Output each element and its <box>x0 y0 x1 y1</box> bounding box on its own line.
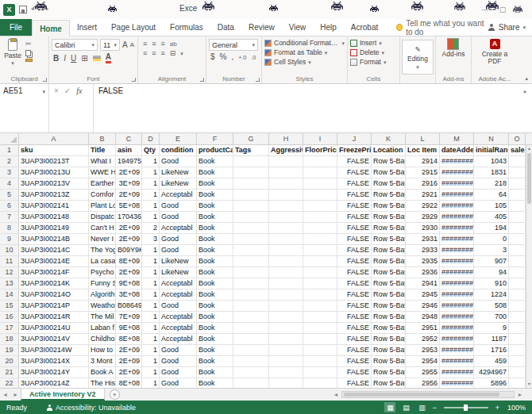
paste-button[interactable]: Paste ▾ <box>2 39 23 73</box>
cell-D22[interactable]: 1 <box>142 378 160 388</box>
copy-icon[interactable] <box>25 50 31 56</box>
cell-I1[interactable]: FloorPrice <box>303 145 337 156</box>
cell-N1[interactable]: initialRan <box>474 145 509 156</box>
cell-L12[interactable]: 2936 <box>406 267 440 278</box>
cell-B13[interactable]: Funny S <box>89 278 116 289</box>
cell-N20[interactable]: 459 <box>474 356 509 367</box>
cell-B3[interactable]: WWE H <box>89 167 116 178</box>
cell-E7[interactable]: Good <box>160 212 197 223</box>
column-header-A[interactable]: A <box>19 133 89 144</box>
cell-styles-button[interactable]: Cell Styles▾ <box>264 58 345 66</box>
cell-I6[interactable] <box>303 201 337 212</box>
cell-L7[interactable]: 2929 <box>406 212 440 223</box>
minimize-icon[interactable]: — <box>476 0 494 19</box>
cell-A13[interactable]: 3UAP3I00214K <box>19 278 89 289</box>
cell-C16[interactable]: 7E+09 <box>116 312 142 323</box>
cell-A22[interactable]: 3UAP3I00214Z <box>19 378 89 388</box>
cell-N17[interactable]: 9 <box>474 323 509 334</box>
cell-K17[interactable]: Row 5-Bay <box>372 323 406 334</box>
number-dialog-launcher-icon[interactable] <box>256 78 260 82</box>
cell-B20[interactable]: 3 Mont <box>89 356 116 367</box>
cell-D12[interactable]: 1 <box>142 267 160 278</box>
cell-F12[interactable]: Book <box>197 267 233 278</box>
cell-J5[interactable]: FALSE <box>337 190 372 201</box>
cell-G3[interactable] <box>233 167 269 178</box>
cell-B22[interactable]: The His <box>89 378 116 388</box>
vertical-scroll-thumb[interactable] <box>527 153 531 204</box>
cell-H13[interactable] <box>269 278 303 289</box>
cell-F15[interactable]: Book <box>197 301 233 312</box>
cell-F13[interactable]: Book <box>197 278 233 289</box>
cell-A5[interactable]: 3UAP3I00213Z <box>19 190 89 201</box>
cell-J2[interactable]: FALSE <box>337 156 372 167</box>
column-header-I[interactable]: I <box>303 133 337 144</box>
cell-E19[interactable]: Good <box>160 345 197 356</box>
cell-E14[interactable]: Acceptabl <box>160 289 197 301</box>
cell-F4[interactable]: Book <box>197 178 233 190</box>
cell-G21[interactable] <box>233 367 269 378</box>
cell-N3[interactable]: 1831 <box>474 167 509 178</box>
cell-K10[interactable]: Row 5-Bay <box>372 245 406 256</box>
cell-F11[interactable]: Book <box>197 256 233 267</box>
cell-D11[interactable]: 1 <box>142 256 160 267</box>
cell-F21[interactable]: Book <box>197 367 233 378</box>
cell-J13[interactable]: FALSE <box>337 278 372 289</box>
undo-icon[interactable]: ↶ <box>31 6 37 13</box>
cell-L18[interactable]: 2952 <box>406 334 440 345</box>
cell-C2[interactable]: 194975 <box>116 156 142 167</box>
alignment-dialog-launcher-icon[interactable] <box>200 78 204 82</box>
cell-D15[interactable]: 1 <box>142 301 160 312</box>
cell-I12[interactable] <box>303 267 337 278</box>
cell-A17[interactable]: 3UAP3I00214U <box>19 323 89 334</box>
cell-B19[interactable]: How to <box>89 345 116 356</box>
cell-O5[interactable] <box>509 190 526 201</box>
cell-M19[interactable]: ######## <box>440 345 474 356</box>
cell-C5[interactable]: 2E+09 <box>116 190 142 201</box>
cell-G14[interactable] <box>233 289 269 301</box>
cell-I22[interactable] <box>303 378 337 388</box>
cell-E21[interactable]: Good <box>160 367 197 378</box>
cell-M18[interactable]: ######## <box>440 334 474 345</box>
row-header-1[interactable]: 1 <box>0 145 19 156</box>
cell-C13[interactable]: 9E+08 <box>116 278 142 289</box>
cell-A9[interactable]: 3UAP3I00214B <box>19 234 89 245</box>
scroll-up-icon[interactable]: ▴ <box>526 145 532 152</box>
merge-center-icon[interactable]: ⊟ <box>170 50 176 57</box>
cell-N15[interactable]: 508 <box>474 301 509 312</box>
cell-H8[interactable] <box>269 223 303 234</box>
formula-bar-collapse-icon[interactable]: ▴ <box>518 84 532 132</box>
cell-E22[interactable]: Good <box>160 378 197 388</box>
cell-E9[interactable]: Good <box>160 234 197 245</box>
cell-I2[interactable] <box>303 156 337 167</box>
cell-I19[interactable] <box>303 345 337 356</box>
cell-M15[interactable]: ######## <box>440 301 474 312</box>
cell-J3[interactable]: FALSE <box>337 167 372 178</box>
cell-A12[interactable]: 3UAP3I00214F <box>19 267 89 278</box>
column-header-L[interactable]: L <box>406 133 440 144</box>
cell-B8[interactable]: Can't H <box>89 223 116 234</box>
comma-style-icon[interactable]: , <box>231 53 233 61</box>
cell-N14[interactable]: 1224 <box>474 289 509 301</box>
cell-L10[interactable]: 2933 <box>406 245 440 256</box>
cell-D3[interactable]: 1 <box>142 167 160 178</box>
cell-L8[interactable]: 2930 <box>406 223 440 234</box>
cell-E16[interactable]: Acceptabl <box>160 312 197 323</box>
cell-H18[interactable] <box>269 334 303 345</box>
cell-M17[interactable]: ######## <box>440 323 474 334</box>
cell-D19[interactable]: 1 <box>142 345 160 356</box>
cell-E8[interactable]: Acceptabl <box>160 223 197 234</box>
cell-H9[interactable] <box>269 234 303 245</box>
cell-I10[interactable] <box>303 245 337 256</box>
cell-C21[interactable]: 2E+09 <box>116 367 142 378</box>
zoom-level[interactable]: 100% <box>507 404 526 412</box>
cell-C15[interactable]: B08649 <box>116 301 142 312</box>
insert-button[interactable]: Insert▾ <box>350 39 397 47</box>
cell-L2[interactable]: 2914 <box>406 156 440 167</box>
cell-O7[interactable] <box>509 212 526 223</box>
cell-C9[interactable]: 2E+09 <box>116 234 142 245</box>
cell-G10[interactable] <box>233 245 269 256</box>
cell-J21[interactable]: FALSE <box>337 367 372 378</box>
cell-A8[interactable]: 3UAP3I002149 <box>19 223 89 234</box>
cell-J14[interactable]: FALSE <box>337 289 372 301</box>
cell-H16[interactable] <box>269 312 303 323</box>
